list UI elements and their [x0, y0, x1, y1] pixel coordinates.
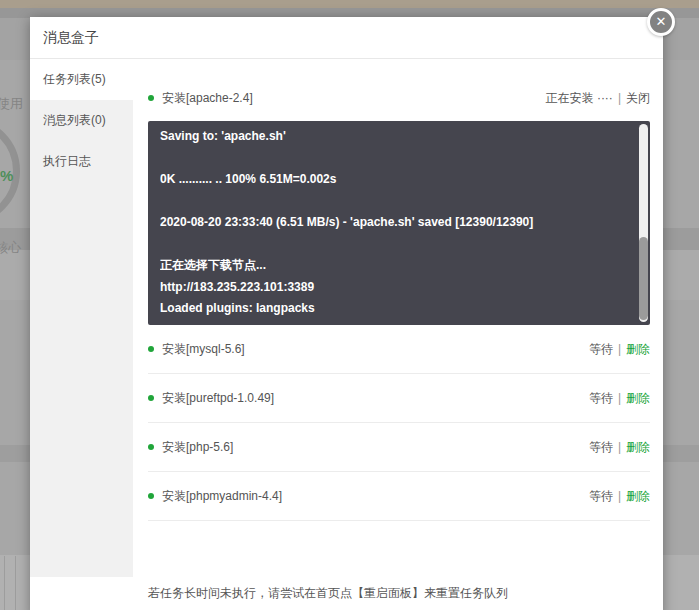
task-status-dot	[148, 493, 154, 499]
task-status-installing: 正在安装 ····	[546, 90, 613, 107]
console-line: 2020-08-20 23:33:40 (6.51 MB/s) - 'apach…	[160, 212, 628, 234]
task-row-phpmyadmin: 安装[phpmyadmin-4.4] 等待 | 删除	[148, 472, 650, 521]
install-log-console: Saving to: 'apache.sh' 0K .......... .. …	[148, 121, 650, 325]
console-scrollbar-thumb[interactable]	[639, 237, 648, 320]
task-name: 安装[apache-2.4]	[162, 90, 253, 107]
tab-message-list[interactable]: 消息列表(0)	[30, 100, 133, 141]
tab-execution-log[interactable]: 执行日志	[30, 141, 133, 182]
delete-task-link[interactable]: 删除	[626, 488, 650, 505]
task-row-pureftpd: 安装[pureftpd-1.0.49] 等待 | 删除	[148, 374, 650, 423]
task-name: 安装[mysql-5.6]	[162, 341, 245, 358]
dialog-header: 消息盒子	[30, 17, 663, 59]
task-status-waiting: 等待	[589, 488, 613, 505]
task-status-dot	[148, 395, 154, 401]
dialog-title: 消息盒子	[30, 29, 99, 47]
console-line: Saving to: 'apache.sh'	[160, 126, 628, 148]
task-status-waiting: 等待	[589, 439, 613, 456]
task-row-mysql: 安装[mysql-5.6] 等待 | 删除	[148, 325, 650, 374]
task-row-php: 安装[php-5.6] 等待 | 删除	[148, 423, 650, 472]
dimmed-core-label: 核心	[0, 239, 21, 257]
console-line: Loaded plugins: langpacks	[160, 298, 628, 320]
console-line: http://183.235.223.101:3389	[160, 277, 628, 299]
task-name: 安装[php-5.6]	[162, 439, 233, 456]
delete-task-link[interactable]: 删除	[626, 390, 650, 407]
console-line	[160, 234, 628, 256]
dimmed-percent-label: %	[0, 167, 13, 184]
message-box-dialog: 消息盒子 任务列表(5) 消息列表(0) 执行日志 安装[apache-2.4]…	[30, 17, 663, 610]
dimmed-page-left-content: 使用 % 核心	[0, 0, 30, 610]
task-status-dot	[148, 95, 154, 101]
console-scrollbar-track	[639, 124, 648, 322]
console-line: 正在选择下载节点...	[160, 255, 628, 277]
task-status-waiting: 等待	[589, 390, 613, 407]
task-name: 安装[phpmyadmin-4.4]	[162, 488, 282, 505]
task-status-waiting: 等待	[589, 341, 613, 358]
task-row-apache: 安装[apache-2.4] 正在安装 ···· | 关闭	[148, 89, 650, 107]
delete-task-link[interactable]: 删除	[626, 341, 650, 358]
restart-panel-hint: 若任务长时间未执行，请尝试在首页点【重启面板】来重置任务队列	[148, 585, 650, 602]
dimmed-page-topbar	[0, 0, 699, 8]
dialog-sidebar: 任务列表(5) 消息列表(0) 执行日志	[30, 59, 133, 610]
console-line	[160, 191, 628, 213]
console-line	[160, 148, 628, 170]
close-icon[interactable]: ✕	[647, 8, 675, 36]
tab-task-list[interactable]: 任务列表(5)	[30, 59, 133, 100]
delete-task-link[interactable]: 删除	[626, 439, 650, 456]
console-line: 0K .......... .. 100% 6.51M=0.002s	[160, 169, 628, 191]
task-name: 安装[pureftpd-1.0.49]	[162, 390, 274, 407]
task-status-dot	[148, 346, 154, 352]
close-log-link[interactable]: 关闭	[626, 90, 650, 107]
dimmed-usage-label: 使用	[0, 95, 23, 113]
task-list-panel: 安装[apache-2.4] 正在安装 ···· | 关闭 Saving to:…	[133, 59, 663, 610]
task-status-dot	[148, 444, 154, 450]
